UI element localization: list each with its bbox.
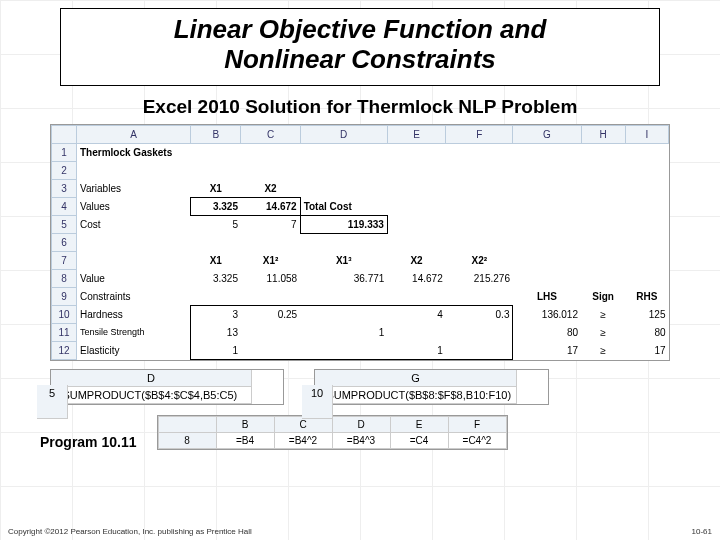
cell-E7: X2 [387, 251, 445, 269]
col-H: H [581, 125, 625, 143]
cell-H11: ≥ [581, 323, 625, 341]
cell-B12: 1 [191, 341, 241, 359]
snip1-val: =SUMPRODUCT($B$4:$C$4,B5:C5) [51, 387, 252, 404]
cell-D4: Total Cost [300, 197, 387, 215]
snip3-D8: =B4^3 [332, 432, 390, 448]
cell-F8: 215.276 [446, 269, 513, 287]
cell-D7: X1³ [300, 251, 387, 269]
cell-C8: 11.058 [241, 269, 300, 287]
snip1-row: 5 [37, 385, 68, 419]
title-line2: Nonlinear Constraints [65, 45, 655, 75]
snip2-row: 10 [302, 385, 333, 419]
copyright: Copyright ©2012 Pearson Education, Inc. … [8, 527, 252, 536]
page-number: 10-61 [692, 527, 712, 536]
cell-A8: Value [77, 269, 191, 287]
cell-D5: 119.333 [300, 215, 387, 233]
col-D: D [300, 125, 387, 143]
cell-I12: 17 [625, 341, 668, 359]
snip1-col: D [51, 370, 252, 387]
cell-D11: 1 [300, 323, 387, 341]
col-A: A [77, 125, 191, 143]
cell-A1: Thermlock Gaskets [77, 143, 301, 161]
title-line1: Linear Objective Function and [65, 15, 655, 45]
subtitle: Excel 2010 Solution for Thermlock NLP Pr… [0, 96, 720, 118]
cell-D8: 36.771 [300, 269, 387, 287]
snip3-E8: =C4 [390, 432, 448, 448]
snip2-col: G [315, 370, 517, 387]
col-B: B [191, 125, 241, 143]
col-I: I [625, 125, 668, 143]
cell-B10: 3 [191, 305, 241, 323]
col-F: F [446, 125, 513, 143]
cell-B11: 13 [191, 323, 241, 341]
cell-C3: X2 [241, 179, 300, 197]
cell-A12: Elasticity [77, 341, 191, 359]
cell-E10: 4 [387, 305, 445, 323]
col-C: C [241, 125, 300, 143]
cell-A10: Hardness [77, 305, 191, 323]
cell-G11: 80 [513, 323, 581, 341]
cell-H12: ≥ [581, 341, 625, 359]
snip3-C8: =B4^2 [274, 432, 332, 448]
cell-A5: Cost [77, 215, 191, 233]
cell-G9: LHS [513, 287, 581, 305]
cell-G12: 17 [513, 341, 581, 359]
snip3-B8: =B4 [216, 432, 274, 448]
formula-snippet-G10: G =SUMPRODUCT($B$8:$F$8,B10:F10) 10 [314, 369, 549, 405]
snip3-row: 8 [158, 432, 216, 448]
excel-screenshot-main: A B C D E F G H I 1Thermlock Gaskets 2 3… [50, 124, 670, 361]
cell-A3: Variables [77, 179, 191, 197]
snip3-col-E: E [390, 416, 448, 432]
snip3-col-B: B [216, 416, 274, 432]
formula-snippet-row8: B C D E F 8 =B4 =B4^2 =B4^3 =C4 =C4^2 [157, 415, 508, 450]
cell-G10: 136.012 [513, 305, 581, 323]
formula-snippet-D5: D =SUMPRODUCT($B$4:$C$4,B5:C5) 5 [50, 369, 284, 405]
cell-A9: Constraints [77, 287, 191, 305]
cell-A11: Tensile Strength [77, 323, 191, 341]
cell-H10: ≥ [581, 305, 625, 323]
cell-C7: X1² [241, 251, 300, 269]
snip2-val: =SUMPRODUCT($B$8:$F$8,B10:F10) [315, 387, 517, 404]
cell-H9: Sign [581, 287, 625, 305]
cell-B4: 3.325 [191, 197, 241, 215]
cell-I10: 125 [625, 305, 668, 323]
snip3-col-F: F [448, 416, 506, 432]
program-label: Program 10.11 [40, 434, 137, 450]
cell-B8: 3.325 [191, 269, 241, 287]
cell-F7: X2² [446, 251, 513, 269]
title-box: Linear Objective Function and Nonlinear … [60, 8, 660, 86]
cell-C5: 7 [241, 215, 300, 233]
cell-E12: 1 [387, 341, 445, 359]
cell-A4: Values [77, 197, 191, 215]
cell-I9: RHS [625, 287, 668, 305]
snip3-col-D: D [332, 416, 390, 432]
col-E: E [387, 125, 445, 143]
cell-C4: 14.672 [241, 197, 300, 215]
col-G: G [513, 125, 581, 143]
cell-C10: 0.25 [241, 305, 300, 323]
cell-B5: 5 [191, 215, 241, 233]
cell-E8: 14.672 [387, 269, 445, 287]
snip3-F8: =C4^2 [448, 432, 506, 448]
cell-B3: X1 [191, 179, 241, 197]
cell-F10: 0.3 [446, 305, 513, 323]
cell-I11: 80 [625, 323, 668, 341]
cell-B7: X1 [191, 251, 241, 269]
